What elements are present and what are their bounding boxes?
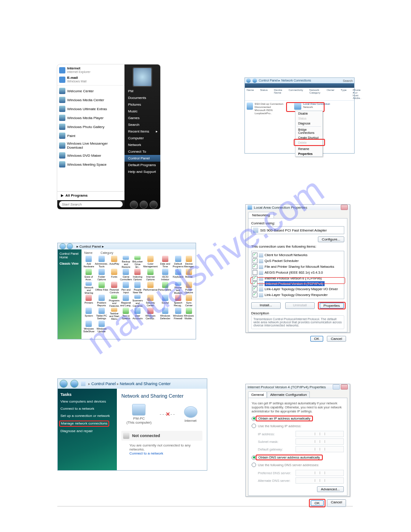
task-link[interactable]: View computers and devices: [60, 399, 114, 404]
right-item[interactable]: Search: [124, 121, 160, 128]
radio-manual-dns[interactable]: Use the following DNS server addresses:: [252, 463, 344, 467]
column-header[interactable]: Owner: [326, 89, 334, 99]
app-item[interactable]: Windows Live Messenger Download: [58, 140, 124, 151]
cp-item[interactable]: Backup and Restore: [120, 256, 132, 268]
right-item[interactable]: Documents: [124, 94, 160, 101]
cp-item[interactable]: Programs and Features: [109, 295, 120, 307]
app-item[interactable]: Windows Media Player: [58, 113, 124, 122]
cp-item[interactable]: Problem Reports: [95, 295, 109, 307]
cp-item[interactable]: Date and Time: [158, 256, 172, 268]
app-item[interactable]: Paint: [58, 131, 124, 140]
toolbar[interactable]: [245, 83, 354, 88]
lock-icon[interactable]: [140, 201, 148, 209]
task-link[interactable]: Diagnose and repair: [60, 429, 114, 433]
cp-item[interactable]: Folder Options: [95, 269, 109, 281]
cp-item[interactable]: Scanners and Cameras: [133, 295, 143, 307]
close-icon[interactable]: [341, 384, 348, 390]
cp-item[interactable]: People Near Me: [133, 282, 143, 294]
context-item[interactable]: Bridge Connections: [295, 127, 322, 135]
context-item[interactable]: Diagnose: [295, 121, 322, 126]
context-item[interactable]: Status: [295, 116, 322, 121]
context-item[interactable]: Delete: [295, 140, 322, 145]
column-header[interactable]: Phone # or Host Addre..: [353, 89, 361, 99]
checkbox[interactable]: [253, 264, 257, 269]
right-item[interactable]: Computer: [124, 135, 160, 142]
cp-item[interactable]: Windows Update: [95, 321, 109, 333]
app-item[interactable]: Windows Ultimate Extras: [58, 104, 124, 113]
pinned-item[interactable]: InternetInternet Explorer: [59, 65, 123, 75]
right-item[interactable]: Network: [124, 142, 160, 148]
radio-auto-ip[interactable]: Obtain an IP address automatically: [252, 416, 344, 421]
connection-item[interactable]: SSA Dial-up ConnectionDisconnectedMicros…: [247, 103, 285, 115]
cp-item[interactable]: Sync Center: [184, 295, 194, 307]
cp-item[interactable]: Offline Files: [95, 282, 109, 294]
cp-item[interactable]: Speech Recog..: [173, 295, 184, 307]
column-header[interactable]: Device Name: [274, 89, 282, 99]
cp-item[interactable]: Personaliza..: [158, 282, 172, 294]
context-item[interactable]: Disable: [295, 111, 322, 116]
cp-item[interactable]: Sound: [158, 295, 172, 307]
cp-item[interactable]: iSCSI Initiator: [158, 269, 172, 281]
ok-button[interactable]: OK: [311, 500, 324, 506]
component-item[interactable]: Client for Microsoft Networks: [253, 252, 343, 258]
forward-icon[interactable]: [253, 78, 257, 83]
radio-auto-dns[interactable]: Obtain DNS server address automatically: [252, 455, 344, 460]
cp-item[interactable]: Ease of Acce..: [83, 269, 94, 281]
cp-item[interactable]: Windows Firewall: [173, 308, 184, 320]
app-item[interactable]: Windows Media Center: [58, 95, 124, 104]
column-header[interactable]: Name: [84, 251, 93, 254]
cancel-button[interactable]: Cancel: [327, 499, 346, 507]
radio-manual-ip[interactable]: Use the following IP address:: [252, 424, 344, 428]
column-header[interactable]: Network Category: [309, 89, 320, 99]
cp-item[interactable]: Printers: [83, 295, 94, 307]
right-item[interactable]: Default Programs: [124, 162, 160, 168]
cp-item[interactable]: Performance: [143, 282, 158, 294]
cancel-button[interactable]: Cancel: [327, 336, 346, 342]
app-item[interactable]: Welcome Center: [58, 86, 124, 95]
component-item[interactable]: File and Printer Sharing for Microsoft N…: [253, 264, 343, 270]
column-header[interactable]: Category: [101, 251, 113, 254]
forward-icon[interactable]: [70, 380, 78, 388]
cp-item[interactable]: Add Hardware: [83, 256, 94, 268]
cp-item[interactable]: Network and Sharing: [83, 282, 94, 294]
breadcrumb[interactable]: ▸ Control Panel ▸: [77, 245, 104, 249]
cp-item[interactable]: Windows SideShow: [83, 321, 94, 333]
sidebar-item[interactable]: Control Panel Home: [60, 252, 80, 259]
task-link[interactable]: Set up a connection or network: [60, 414, 114, 418]
cp-item[interactable]: Security Center: [143, 295, 158, 307]
right-item[interactable]: Recent Items▸: [124, 128, 160, 135]
component-item[interactable]: Internet Protocol Version 4 (TCP/IPv4): [253, 281, 343, 286]
cp-item[interactable]: BitLocker Drive En..: [133, 256, 143, 268]
help-icon[interactable]: [333, 384, 340, 390]
cp-item[interactable]: Tablet PC Settings: [95, 308, 109, 320]
right-item[interactable]: Control Panel: [124, 155, 160, 162]
breadcrumb[interactable]: ▸Control Panel ▸Network and Sharing Cent…: [88, 382, 171, 386]
ok-button[interactable]: OK: [310, 336, 324, 342]
cp-item[interactable]: AutoPlay: [109, 256, 120, 268]
component-item[interactable]: QoS Packet Scheduler: [253, 258, 343, 264]
breadcrumb[interactable]: Control Panel ▸ Network Connections: [259, 79, 311, 82]
component-item[interactable]: Internet Protocol Version 6 (TCP/IPv6): [253, 275, 343, 281]
component-item[interactable]: AEGIS Protocol (IEEE 802.1x) v3.4.3.0: [253, 270, 343, 275]
right-item[interactable]: Games: [124, 115, 160, 121]
right-item[interactable]: Pictures: [124, 101, 160, 108]
cp-item[interactable]: Windows Mobile..: [184, 308, 194, 320]
sidebar-item[interactable]: Classic View: [60, 262, 80, 266]
cp-item[interactable]: Pen and Input: [120, 282, 132, 294]
configure-button[interactable]: Configure...: [318, 236, 344, 242]
cp-item[interactable]: Keyboard: [173, 269, 184, 281]
right-item[interactable]: PM: [124, 88, 160, 94]
context-item[interactable]: Properties: [295, 151, 322, 156]
tab-general[interactable]: General: [248, 391, 267, 398]
arrow-icon[interactable]: [150, 201, 158, 209]
component-item[interactable]: Link-Layer Topology Discovery Responder: [253, 292, 343, 298]
cp-item[interactable]: Fonts: [109, 269, 120, 281]
checkbox[interactable]: [253, 281, 257, 286]
checkbox[interactable]: [253, 292, 257, 297]
cp-item[interactable]: Game Controllers: [120, 269, 132, 281]
column-header[interactable]: Name: [247, 89, 254, 99]
checkbox[interactable]: [253, 287, 257, 292]
start-search-input[interactable]: [59, 201, 123, 207]
cp-item[interactable]: Taskbar and Start Menu: [109, 308, 120, 320]
all-programs[interactable]: ▶ All Programs: [57, 191, 124, 199]
